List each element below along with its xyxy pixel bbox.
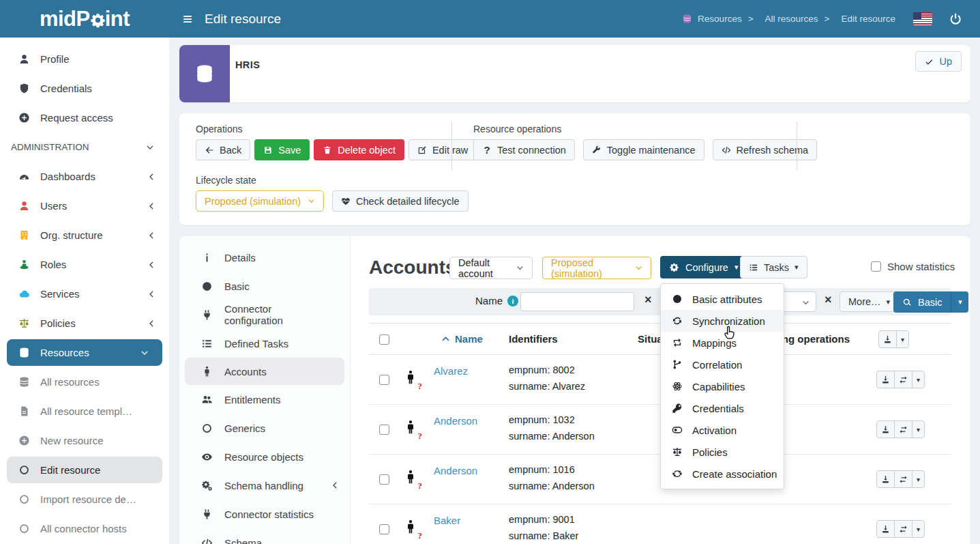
- lifecycle-state-label: Lifecycle state: [196, 175, 256, 186]
- sidebar-subitem-all-resource-templates[interactable]: All resource templates: [0, 397, 169, 426]
- sidebar-item-profile[interactable]: Profile: [0, 44, 169, 74]
- tab-details[interactable]: Details: [179, 243, 350, 272]
- menu-item-create-association[interactable]: Create association: [661, 463, 784, 485]
- resource-account-button[interactable]: [894, 520, 912, 538]
- menu-item-policies[interactable]: Policies: [661, 441, 784, 463]
- row-menu-caret[interactable]: ▾: [912, 520, 925, 538]
- sidebar-item-credentials[interactable]: Credentials: [0, 74, 169, 103]
- import-preview-button[interactable]: [876, 420, 895, 438]
- tab-connector-statistics[interactable]: Connector statistics: [179, 500, 350, 528]
- lifecycle-state-select[interactable]: Proposed (simulation): [196, 190, 324, 212]
- row-checkbox[interactable]: [379, 425, 389, 435]
- configure-button[interactable]: Configure ▾: [660, 256, 747, 278]
- info-icon[interactable]: i: [507, 296, 518, 306]
- account-name-link[interactable]: Anderson: [434, 415, 477, 427]
- sidebar-item-org-structure[interactable]: Org. structure: [0, 220, 169, 250]
- users-icon: [200, 394, 213, 405]
- tasks-button[interactable]: Tasks ▾: [740, 256, 807, 278]
- export-button[interactable]: [878, 330, 897, 348]
- remove-filter-icon[interactable]: ×: [825, 294, 832, 306]
- breadcrumb-item-resources[interactable]: Resources: [682, 14, 742, 24]
- sidebar-item-policies[interactable]: Policies: [0, 309, 169, 338]
- import-preview-button[interactable]: [876, 520, 895, 538]
- show-statistics-toggle[interactable]: Show statistics: [871, 261, 955, 272]
- breadcrumb-item-edit-resource[interactable]: Edit resource: [825, 14, 895, 24]
- logout-power-icon[interactable]: [949, 12, 962, 26]
- toggle-maintenance-button[interactable]: Toggle maintenance: [583, 139, 704, 160]
- sidebar-section-administration[interactable]: ADMINISTRATION: [0, 132, 169, 162]
- check-detailed-lifecycle-button[interactable]: Check detailed lifecycle: [332, 190, 469, 212]
- clear-name-icon[interactable]: ×: [644, 294, 652, 306]
- menu-item-mappings[interactable]: Mappings: [661, 332, 784, 354]
- tab-schema[interactable]: Schema: [179, 528, 350, 544]
- menu-item-label: Correlation: [692, 359, 742, 371]
- test-connection-button[interactable]: ? Test connection: [473, 139, 575, 160]
- tab-generics[interactable]: Generics: [179, 414, 350, 442]
- menu-item-capabilities[interactable]: Capabilities: [661, 375, 784, 397]
- accounts-lifecycle-select[interactable]: Proposed (simulation): [542, 257, 651, 279]
- sidebar-subitem-new-resource[interactable]: New resource: [0, 426, 169, 455]
- resource-status-up-button[interactable]: Up: [915, 51, 962, 72]
- show-statistics-checkbox[interactable]: [871, 261, 881, 272]
- chevron-down-icon: [308, 197, 315, 205]
- save-button[interactable]: Save: [254, 139, 310, 160]
- menu-item-activation[interactable]: Activation: [661, 419, 784, 441]
- sidebar-item-services[interactable]: Services: [0, 279, 169, 309]
- tab-schema-handling[interactable]: Schema handling: [179, 471, 350, 500]
- menu-item-basic-attributes[interactable]: Basic attributes: [661, 288, 784, 310]
- tab-label: Basic: [224, 281, 250, 292]
- delete-object-button[interactable]: Delete object: [314, 139, 404, 160]
- menu-item-credentials[interactable]: Credentials: [661, 397, 784, 419]
- name-search-input[interactable]: [520, 292, 634, 311]
- row-checkbox[interactable]: [379, 524, 389, 534]
- row-menu-caret[interactable]: ▾: [912, 420, 925, 438]
- sidebar-item-users[interactable]: Users: [0, 191, 169, 220]
- search-mode-caret[interactable]: ▾: [951, 291, 968, 313]
- menu-item-correlation[interactable]: Correlation: [661, 354, 784, 375]
- refresh-schema-button[interactable]: Refresh schema: [713, 139, 818, 160]
- edit-raw-button[interactable]: Edit raw: [409, 139, 477, 160]
- resource-account-button[interactable]: [894, 371, 912, 388]
- account-name-link[interactable]: Anderson: [434, 465, 477, 476]
- resource-account-button[interactable]: [894, 420, 912, 438]
- resource-account-button[interactable]: [894, 470, 912, 488]
- download-icon: [881, 525, 890, 534]
- sidebar-item-dashboards[interactable]: Dashboards: [0, 162, 169, 191]
- more-filters-button[interactable]: More… ▾: [840, 291, 899, 312]
- select-all-checkbox[interactable]: [379, 334, 389, 345]
- import-preview-button[interactable]: [876, 371, 895, 388]
- tab-basic[interactable]: Basic: [179, 272, 350, 300]
- sidebar-subitem-import-resource-definit[interactable]: Import resource definit…: [0, 485, 169, 514]
- sidebar-item-resources[interactable]: Resources: [7, 339, 162, 366]
- midpoint-logo[interactable]: midP int: [0, 7, 169, 31]
- import-preview-button[interactable]: [876, 470, 895, 488]
- tab-connector-configuration[interactable]: Connector configuration: [179, 300, 350, 329]
- sidebar-item-roles[interactable]: Roles: [0, 250, 169, 279]
- sidebar-item-request-access[interactable]: Request access: [0, 103, 169, 132]
- tab-resource-objects[interactable]: Resource objects: [179, 442, 350, 471]
- row-menu-caret[interactable]: ▾: [912, 470, 925, 488]
- export-menu-caret[interactable]: ▾: [896, 330, 909, 348]
- sidebar-subitem-all-resources[interactable]: All resources: [0, 367, 169, 397]
- account-name-link[interactable]: Baker: [434, 515, 460, 526]
- row-checkbox[interactable]: [379, 474, 389, 485]
- row-checkbox[interactable]: [379, 375, 389, 385]
- breadcrumb-item-all-resources[interactable]: All resources: [748, 14, 818, 24]
- menu-item-synchronization[interactable]: Synchronization: [661, 310, 784, 332]
- menu-toggle-icon[interactable]: ≡: [183, 11, 192, 27]
- tab-entitlements[interactable]: Entitlements: [179, 385, 350, 414]
- sidebar-subitem-edit-resource[interactable]: Edit resource: [7, 457, 162, 483]
- chevron-left-icon: [331, 481, 339, 489]
- account-name-link[interactable]: Alvarez: [434, 365, 468, 377]
- logo-text-pre: midP: [40, 7, 90, 31]
- download-icon: [883, 335, 892, 344]
- sidebar-subitem-all-connector-hosts[interactable]: All connector hosts: [0, 514, 169, 543]
- tab-accounts[interactable]: Accounts: [185, 358, 344, 385]
- locale-flag-us[interactable]: [913, 12, 932, 25]
- back-button[interactable]: Back: [196, 139, 250, 160]
- tab-defined-tasks[interactable]: Defined Tasks: [179, 329, 350, 358]
- search-mode-button[interactable]: Basic ▾: [893, 291, 968, 313]
- row-menu-caret[interactable]: ▾: [912, 371, 925, 388]
- object-type-select[interactable]: Default account: [449, 257, 533, 279]
- column-name[interactable]: Name: [441, 333, 483, 345]
